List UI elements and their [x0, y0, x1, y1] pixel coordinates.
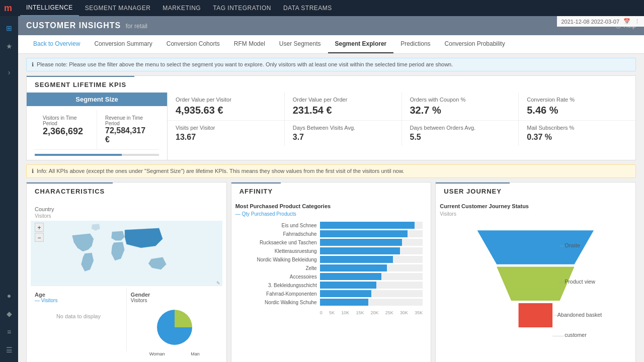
sidebar-chevron-icon[interactable]: › [1, 64, 17, 80]
info-bar-kpi: ℹ Info: All KPIs above (except the ones … [26, 164, 636, 178]
more-options-icon[interactable]: ⋮ [634, 18, 640, 25]
country-label: Country [35, 206, 218, 212]
axis-label: 0 [320, 310, 323, 315]
calendar-icon[interactable]: 📅 [623, 18, 630, 25]
segment-size-body: Visitors in Time Period 2,366,692 Revenu… [27, 106, 167, 160]
svg-text:Onsite: Onsite [565, 242, 581, 248]
characteristics-title: CHARACTERISTICS [27, 183, 113, 199]
axis-label: 35K [415, 310, 423, 315]
affinity-content: Most Purchased Product Categories — Qty … [231, 199, 431, 320]
nav-marketing[interactable]: MARKETING [156, 0, 207, 16]
kpi-row-1: Order Value per Visitor 4,935.63 € Order… [168, 93, 635, 121]
characteristics-content: Country Visitors + − [27, 199, 226, 355]
bar-label: Fahrradschuhe [239, 231, 320, 237]
bar-label: Fahrrad-Komponenten [239, 291, 320, 297]
world-map [31, 221, 222, 286]
sidebar-layers-icon[interactable]: ≡ [1, 324, 17, 340]
revenue-stat: Revenue in Time Period 72,584,317 € [97, 110, 159, 149]
bar-row: Accessoires [239, 273, 423, 280]
tab-conversion-cohorts[interactable]: Conversion Cohorts [159, 35, 227, 53]
info-bar-main: ℹ Please note: Please use the filter abo… [26, 58, 636, 71]
axis-label: 25K [385, 310, 393, 315]
affinity-legend: — Qty Purchased Products [235, 211, 427, 217]
visitors-sublabel: Visitors [35, 213, 218, 219]
svg-text:Abandoned basket: Abandoned basket [557, 312, 602, 318]
gender-man-label: Man [191, 351, 200, 356]
nav-segment-manager[interactable]: SEGMENT MANAGER [79, 0, 157, 16]
bar-row: Nordic Walking Schuhe [239, 299, 423, 306]
user-journey-panel: USER JOURNEY Current Customer Journey St… [435, 182, 636, 362]
sidebar-diamond-icon[interactable]: ◆ [1, 306, 17, 322]
bar-row: Kletterausruestung [239, 247, 423, 254]
bar-row: 3. Bekleidungsschicht [239, 282, 423, 289]
bar-fill [320, 239, 403, 246]
axis-label: 30K [400, 310, 408, 315]
bar-label: Nordic Walking Bekleidung [239, 257, 320, 262]
affinity-title: AFFINITY [231, 183, 281, 199]
visitors-stat: Visitors in Time Period 2,366,692 [35, 110, 97, 149]
affinity-bar-chart: Eis und Schnee Fahrradschuhe Rucksaecke … [235, 220, 427, 309]
page-title: CUSTOMER INSIGHTS for retail [26, 21, 147, 30]
left-sidebar: ⊞ ★ › ● ◆ ≡ ☰ [0, 16, 18, 362]
app-logo: m [4, 3, 12, 14]
segment-size-box: Segment Size Visitors in Time Period 2,3… [27, 93, 168, 160]
nav-data-streams[interactable]: DATA STREAMS [277, 0, 338, 16]
sidebar-list-icon[interactable]: ☰ [1, 342, 17, 358]
segment-progress-fill [35, 154, 122, 156]
user-journey-content: Current Customer Journey Status Visitors… [436, 199, 635, 362]
sidebar-circle-icon[interactable]: ● [1, 288, 17, 304]
bar-container [320, 282, 423, 289]
age-gender-row: Age — Visitors No data to display Gender… [31, 288, 222, 351]
bar-container [320, 273, 423, 280]
bar-fill [320, 273, 382, 280]
sidebar-star-icon[interactable]: ★ [1, 38, 17, 54]
info-kpi-icon: ℹ [32, 168, 34, 174]
axis-label: 10K [341, 310, 349, 315]
svg-text:customer: customer [565, 332, 587, 338]
tab-conversion-probability[interactable]: Conversion Probability [438, 35, 512, 53]
segment-kpis-title: SEGMENT LIFETIME KPIS [27, 76, 134, 93]
bar-container [320, 299, 423, 306]
tab-user-segments[interactable]: User Segments [272, 35, 328, 53]
kpi-days-visits: Days Between Visits Avg. 3.7 [285, 121, 402, 146]
bar-fill [320, 222, 415, 229]
funnel-chart: Onsite Product view Abandoned basket cus… [440, 221, 631, 356]
kpi-visits-visitor: Visits per Visitor 13.67 [168, 121, 285, 146]
bar-container [320, 222, 423, 229]
nav-intelligence[interactable]: INTELLIGENCE [20, 0, 79, 16]
bar-container [320, 290, 423, 297]
three-column-layout: CHARACTERISTICS Country Visitors + − [26, 182, 636, 362]
bar-row: Fahrradschuhe [239, 230, 423, 237]
kpi-order-value-order: Order Value per Order 231.54 € [285, 93, 402, 120]
uj-visitors-label: Visitors [440, 211, 631, 217]
bar-fill [320, 264, 387, 272]
bar-row: Fahrrad-Komponenten [239, 290, 423, 297]
affinity-axis: 05K10K15K20K25K30K35K [235, 309, 427, 316]
bar-container [320, 247, 423, 254]
kpi-conversion-rate: Conversion Rate % 5.46 % [519, 93, 635, 120]
tab-back-to-overview[interactable]: Back to Overview [26, 35, 87, 53]
map-zoom-in[interactable]: + [35, 223, 44, 232]
bar-container [320, 239, 423, 246]
map-zoom-out[interactable]: − [35, 233, 44, 242]
bar-container [320, 230, 423, 237]
date-range-text: 2021-12-08 2022-03-07 [561, 19, 619, 25]
svg-text:Product view: Product view [565, 279, 596, 285]
segment-kpis-panel: SEGMENT LIFETIME KPIS Segment Size Visit… [26, 75, 636, 160]
bar-row: Nordic Walking Bekleidung [239, 256, 423, 263]
top-navigation: m INTELLIGENCE SEGMENT MANAGER MARKETING… [0, 0, 644, 16]
tab-rfm-model[interactable]: RFM Model [227, 35, 272, 53]
bar-row: Eis und Schnee [239, 222, 423, 229]
segment-progress-bar [35, 154, 159, 156]
kpi-row-2: Visits per Visitor 13.67 Days Between Vi… [168, 121, 635, 146]
kpi-section: Segment Size Visitors in Time Period 2,3… [27, 93, 635, 160]
gender-pie-chart: Woman Man [131, 307, 218, 347]
date-range-bar: 2021-12-08 2022-03-07 📅 ⋮ [557, 16, 644, 27]
tab-predictions[interactable]: Predictions [393, 35, 437, 53]
nav-tag-integration[interactable]: TAG INTEGRATION [207, 0, 277, 16]
tab-segment-explorer[interactable]: Segment Explorer [328, 35, 394, 53]
sidebar-grid-icon[interactable]: ⊞ [1, 20, 17, 36]
map-edit-icon: ✎ [216, 281, 220, 286]
tab-conversion-summary[interactable]: Conversion Summary [87, 35, 159, 53]
gender-woman-label: Woman [149, 351, 165, 356]
